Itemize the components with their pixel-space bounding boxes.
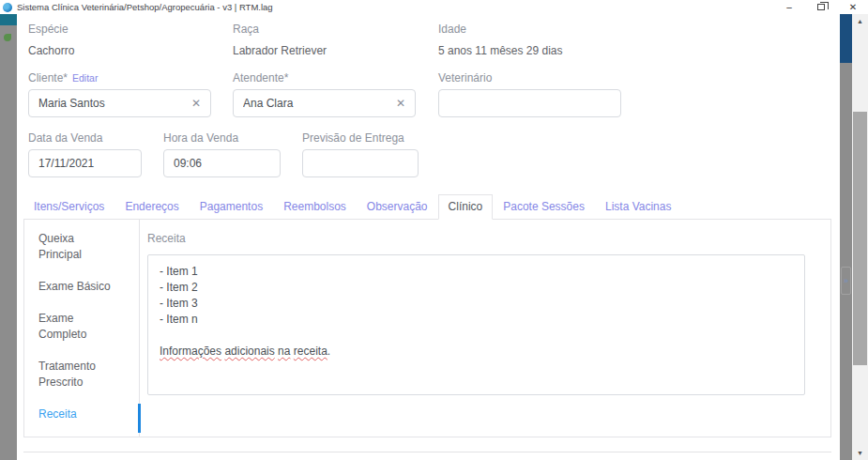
editar-link[interactable]: Editar	[72, 72, 98, 84]
clinico-panel: Queixa Principal Exame Básico Exame Comp…	[23, 219, 831, 437]
scrollbar-thumb[interactable]	[853, 112, 867, 365]
sale-dialog: Espécie Cachorro Raça Labrador Retriever…	[17, 14, 840, 460]
receita-section: Receita - Item 1 - Item 2 - Item 3 - Ite…	[140, 220, 830, 437]
tab-reembolsos[interactable]: Reembolsos	[273, 195, 357, 219]
idade-value: 5 anos 11 mêses 29 dias	[438, 44, 840, 57]
restore-button[interactable]	[812, 1, 830, 13]
tab-pacote-sessoes[interactable]: Pacote Sessões	[493, 195, 595, 219]
data-venda-label: Data da Venda	[28, 131, 142, 145]
especie-field: Espécie Cachorro	[28, 23, 233, 57]
scroll-down-icon[interactable]: ▼	[852, 446, 868, 460]
hora-venda-field: Hora da Venda	[163, 131, 281, 177]
bottom-divider	[23, 452, 831, 452]
app-window: Sistema Clínica Veterinária/Petshop/Agro…	[0, 0, 868, 460]
leaf-icon	[4, 34, 11, 41]
date-row: Data da Venda Hora da Venda Previsão de …	[28, 131, 840, 177]
title-bar: Sistema Clínica Veterinária/Petshop/Agro…	[0, 0, 868, 14]
subnav-tratamento-prescrito[interactable]: Tratamento Prescrito	[38, 359, 119, 391]
cliente-field: Cliente*Editar ✕	[28, 71, 233, 117]
receita-line: - Item 3	[160, 296, 793, 312]
receita-line: - Item 1	[160, 264, 793, 280]
dimmed-background-right: »	[840, 14, 852, 460]
raca-field: Raça Labrador Retriever	[233, 23, 438, 57]
especie-label: Espécie	[28, 23, 233, 36]
vertical-scrollbar[interactable]: ▲ ▼	[852, 14, 868, 460]
atendente-input-wrap: ✕	[233, 89, 438, 117]
minimize-button[interactable]: –	[780, 1, 799, 13]
atendente-input[interactable]	[233, 89, 416, 117]
tab-lista-vacinas[interactable]: Lista Vacinas	[595, 195, 681, 219]
window-title: Sistema Clínica Veterinária/Petshop/Agro…	[17, 2, 273, 12]
subnav-active-indicator	[138, 404, 141, 433]
previsao-entrega-input[interactable]	[302, 149, 419, 177]
receita-note: Informações adicionais na receita.	[160, 344, 793, 360]
restore-icon	[817, 4, 825, 10]
cliente-label: Cliente*Editar	[28, 71, 233, 84]
close-button[interactable]: ✕	[844, 1, 862, 13]
app-icon	[3, 3, 12, 12]
subnav-exame-completo[interactable]: Exame Completo	[38, 311, 119, 343]
idade-label: Idade	[438, 23, 840, 36]
receita-blank-line	[160, 328, 793, 344]
dimmed-button: »	[841, 267, 851, 295]
atendente-clear-icon[interactable]: ✕	[396, 97, 405, 110]
atendente-label: Atendente*	[233, 71, 438, 84]
tab-observacao[interactable]: Observação	[357, 195, 438, 219]
previsao-entrega-field: Previsão de Entrega	[302, 131, 419, 177]
especie-value: Cachorro	[28, 44, 233, 57]
subnav-queixa-principal[interactable]: Queixa Principal	[38, 231, 119, 263]
cliente-input-wrap: ✕	[28, 89, 233, 117]
subnav-exame-basico[interactable]: Exame Básico	[38, 279, 119, 295]
tab-clinico[interactable]: Clínico	[438, 194, 494, 220]
raca-value: Labrador Retriever	[233, 44, 438, 57]
receita-section-label: Receita	[147, 232, 805, 245]
cliente-clear-icon[interactable]: ✕	[191, 97, 201, 110]
atendente-field: Atendente* ✕	[233, 71, 438, 117]
idade-field: Idade 5 anos 11 mêses 29 dias	[438, 23, 840, 57]
background-teal-block	[0, 14, 17, 25]
receita-line: - Item 2	[160, 280, 793, 296]
previsao-entrega-label: Previsão de Entrega	[302, 131, 419, 145]
data-venda-field: Data da Venda	[28, 131, 142, 177]
people-row: Cliente*Editar ✕ Atendente* ✕ Veterinár	[28, 71, 840, 117]
tab-enderecos[interactable]: Endereços	[114, 195, 189, 219]
veterinario-label: Veterinário	[438, 71, 840, 84]
data-venda-input[interactable]	[28, 149, 142, 177]
veterinario-field: Veterinário	[438, 71, 840, 117]
clinico-subnav: Queixa Principal Exame Básico Exame Comp…	[24, 220, 140, 437]
veterinario-input[interactable]	[438, 89, 621, 117]
scroll-up-icon[interactable]: ▲	[852, 14, 868, 28]
tab-bar: Itens/Serviços Endereços Pagamentos Reem…	[23, 194, 831, 219]
tab-itens-servicos[interactable]: Itens/Serviços	[23, 195, 114, 219]
receita-textarea[interactable]: - Item 1 - Item 2 - Item 3 - Item n Info…	[147, 254, 805, 395]
cliente-input[interactable]	[28, 89, 211, 117]
veterinario-input-wrap	[438, 89, 840, 117]
hora-venda-label: Hora da Venda	[163, 131, 281, 145]
tab-pagamentos[interactable]: Pagamentos	[190, 195, 273, 219]
background-navy-block	[840, 14, 852, 63]
receita-line: - Item n	[160, 312, 793, 328]
hora-venda-input[interactable]	[163, 149, 281, 177]
subnav-receita[interactable]: Receita	[38, 406, 119, 422]
raca-label: Raça	[233, 23, 438, 36]
window-controls: – ✕	[780, 1, 868, 13]
dimmed-background-left	[0, 14, 17, 460]
pet-info-row: Espécie Cachorro Raça Labrador Retriever…	[28, 23, 840, 57]
